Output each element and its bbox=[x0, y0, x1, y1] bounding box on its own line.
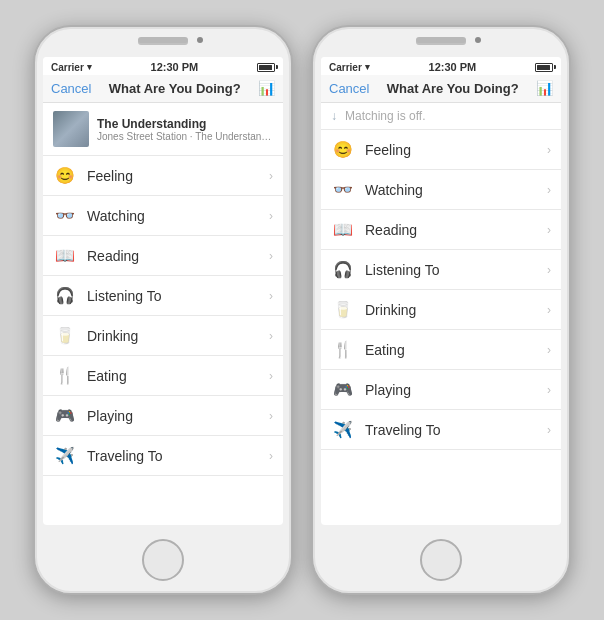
list-item-reading-right[interactable]: 📖 Reading › bbox=[321, 210, 561, 250]
listening-label-left: Listening To bbox=[87, 288, 269, 304]
battery-icon-left bbox=[257, 63, 275, 72]
home-button-right[interactable] bbox=[420, 539, 462, 581]
watching-label-right: Watching bbox=[365, 182, 547, 198]
list-item-drinking-left[interactable]: 🥛 Drinking › bbox=[43, 316, 283, 356]
list-item-drinking-right[interactable]: 🥛 Drinking › bbox=[321, 290, 561, 330]
carrier-right: Carrier bbox=[329, 62, 362, 73]
phone-left: Carrier ▾ 12:30 PM Cancel What Are You D… bbox=[33, 25, 293, 595]
chevron-drinking-left: › bbox=[269, 329, 273, 343]
status-bar-left: Carrier ▾ 12:30 PM bbox=[43, 57, 283, 75]
traveling-icon-right: ✈️ bbox=[331, 420, 355, 439]
drinking-label-right: Drinking bbox=[365, 302, 547, 318]
cancel-button-left[interactable]: Cancel bbox=[51, 81, 91, 96]
drinking-icon-left: 🥛 bbox=[53, 326, 77, 345]
chevron-traveling-right: › bbox=[547, 423, 551, 437]
chevron-feeling-right: › bbox=[547, 143, 551, 157]
listening-label-right: Listening To bbox=[365, 262, 547, 278]
chevron-reading-right: › bbox=[547, 223, 551, 237]
feeling-icon-left: 😊 bbox=[53, 166, 77, 185]
eating-icon-left: 🍴 bbox=[53, 366, 77, 385]
eating-icon-right: 🍴 bbox=[331, 340, 355, 359]
cancel-button-right[interactable]: Cancel bbox=[329, 81, 369, 96]
feeling-label-left: Feeling bbox=[87, 168, 269, 184]
list-item-eating-right[interactable]: 🍴 Eating › bbox=[321, 330, 561, 370]
chevron-listening-left: › bbox=[269, 289, 273, 303]
eating-label-right: Eating bbox=[365, 342, 547, 358]
list-item-watching-left[interactable]: 👓 Watching › bbox=[43, 196, 283, 236]
wifi-icon-left: ▾ bbox=[87, 62, 92, 72]
listening-icon-right: 🎧 bbox=[331, 260, 355, 279]
music-item-left[interactable]: The Understanding Jones Street Station ·… bbox=[43, 103, 283, 156]
watching-icon-right: 👓 bbox=[331, 180, 355, 199]
reading-icon-left: 📖 bbox=[53, 246, 77, 265]
chevron-traveling-left: › bbox=[269, 449, 273, 463]
music-thumb-left bbox=[53, 111, 89, 147]
chevron-watching-right: › bbox=[547, 183, 551, 197]
nav-bar-right: Cancel What Are You Doing? 📊 bbox=[321, 75, 561, 103]
music-subtitle-left: Jones Street Station · The Understanding bbox=[97, 131, 273, 142]
status-bar-right: Carrier ▾ 12:30 PM bbox=[321, 57, 561, 75]
list-item-eating-left[interactable]: 🍴 Eating › bbox=[43, 356, 283, 396]
carrier-left: Carrier bbox=[51, 62, 84, 73]
bar-chart-icon-right[interactable]: 📊 bbox=[536, 80, 553, 96]
reading-icon-right: 📖 bbox=[331, 220, 355, 239]
chevron-playing-right: › bbox=[547, 383, 551, 397]
speaker-left bbox=[138, 37, 188, 43]
battery-icon-right bbox=[535, 63, 553, 72]
home-button-left[interactable] bbox=[142, 539, 184, 581]
eating-label-left: Eating bbox=[87, 368, 269, 384]
bar-chart-icon-left[interactable]: 📊 bbox=[258, 80, 275, 96]
feeling-icon-right: 😊 bbox=[331, 140, 355, 159]
watching-label-left: Watching bbox=[87, 208, 269, 224]
traveling-icon-left: ✈️ bbox=[53, 446, 77, 465]
watching-icon-left: 👓 bbox=[53, 206, 77, 225]
list-item-traveling-left[interactable]: ✈️ Traveling To › bbox=[43, 436, 283, 476]
chevron-playing-left: › bbox=[269, 409, 273, 423]
matching-off-text: Matching is off. bbox=[345, 109, 425, 123]
wifi-icon-right: ▾ bbox=[365, 62, 370, 72]
nav-bar-left: Cancel What Are You Doing? 📊 bbox=[43, 75, 283, 103]
chevron-watching-left: › bbox=[269, 209, 273, 223]
list-item-listening-left[interactable]: 🎧 Listening To › bbox=[43, 276, 283, 316]
list-item-playing-right[interactable]: 🎮 Playing › bbox=[321, 370, 561, 410]
chevron-eating-left: › bbox=[269, 369, 273, 383]
drinking-label-left: Drinking bbox=[87, 328, 269, 344]
music-title-left: The Understanding bbox=[97, 117, 273, 131]
chevron-drinking-right: › bbox=[547, 303, 551, 317]
chevron-reading-left: › bbox=[269, 249, 273, 263]
nav-title-left: What Are You Doing? bbox=[109, 81, 241, 96]
matching-off-bar: ↓ Matching is off. bbox=[321, 103, 561, 130]
list-left: 😊 Feeling › 👓 Watching › 📖 Reading › 🎧 L… bbox=[43, 156, 283, 476]
list-item-listening-right[interactable]: 🎧 Listening To › bbox=[321, 250, 561, 290]
phone-wrapper: Carrier ▾ 12:30 PM Cancel What Are You D… bbox=[33, 25, 571, 595]
playing-label-left: Playing bbox=[87, 408, 269, 424]
listening-icon-left: 🎧 bbox=[53, 286, 77, 305]
list-right: 😊 Feeling › 👓 Watching › 📖 Reading › 🎧 L… bbox=[321, 130, 561, 450]
feeling-label-right: Feeling bbox=[365, 142, 547, 158]
screen-left: Carrier ▾ 12:30 PM Cancel What Are You D… bbox=[43, 57, 283, 525]
camera-left bbox=[197, 37, 203, 43]
reading-label-right: Reading bbox=[365, 222, 547, 238]
time-right: 12:30 PM bbox=[429, 61, 477, 73]
reading-label-left: Reading bbox=[87, 248, 269, 264]
list-item-playing-left[interactable]: 🎮 Playing › bbox=[43, 396, 283, 436]
screen-right: Carrier ▾ 12:30 PM Cancel What Are You D… bbox=[321, 57, 561, 525]
list-item-reading-left[interactable]: 📖 Reading › bbox=[43, 236, 283, 276]
chevron-listening-right: › bbox=[547, 263, 551, 277]
matching-arrow-icon: ↓ bbox=[331, 109, 337, 123]
list-item-watching-right[interactable]: 👓 Watching › bbox=[321, 170, 561, 210]
list-item-feeling-left[interactable]: 😊 Feeling › bbox=[43, 156, 283, 196]
list-item-feeling-right[interactable]: 😊 Feeling › bbox=[321, 130, 561, 170]
nav-title-right: What Are You Doing? bbox=[387, 81, 519, 96]
playing-icon-left: 🎮 bbox=[53, 406, 77, 425]
traveling-label-right: Traveling To bbox=[365, 422, 547, 438]
traveling-label-left: Traveling To bbox=[87, 448, 269, 464]
speaker-right bbox=[416, 37, 466, 43]
chevron-eating-right: › bbox=[547, 343, 551, 357]
playing-icon-right: 🎮 bbox=[331, 380, 355, 399]
list-item-traveling-right[interactable]: ✈️ Traveling To › bbox=[321, 410, 561, 450]
time-left: 12:30 PM bbox=[151, 61, 199, 73]
phone-right: Carrier ▾ 12:30 PM Cancel What Are You D… bbox=[311, 25, 571, 595]
drinking-icon-right: 🥛 bbox=[331, 300, 355, 319]
camera-right bbox=[475, 37, 481, 43]
